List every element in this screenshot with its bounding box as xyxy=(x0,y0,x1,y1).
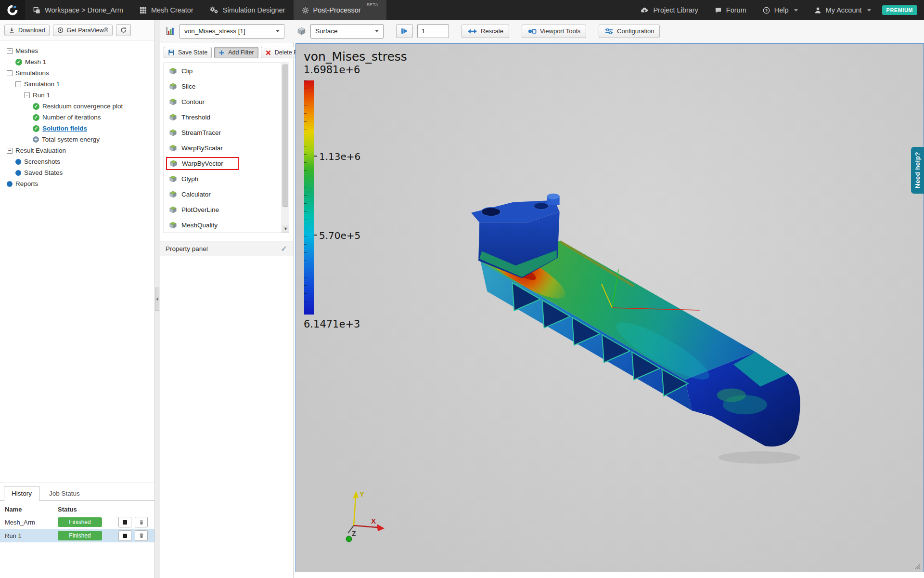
step-forward-button[interactable] xyxy=(396,24,413,38)
filter-item-warpbyscalar[interactable]: WarpByScalar xyxy=(164,140,289,156)
scroll-down-arrow-icon[interactable]: ▼ xyxy=(282,225,289,233)
collapse-icon[interactable]: − xyxy=(7,148,13,154)
status-badge: Finished xyxy=(58,531,102,540)
stop-job-button[interactable] xyxy=(118,517,131,527)
tab-post-processor[interactable]: Post-Processor BETA xyxy=(294,0,387,20)
collapse-icon[interactable]: − xyxy=(7,48,13,54)
filter-item-plotoverline[interactable]: PlotOverLine xyxy=(164,202,289,217)
rescale-button[interactable]: Rescale xyxy=(462,25,509,38)
color-legend-bar xyxy=(304,80,314,315)
resize-handle-icon[interactable] xyxy=(914,563,921,570)
viewport-3d[interactable]: von_Mises_stress 1.6981e+6 1.13e+6 5.70e… xyxy=(295,43,924,572)
x-axis-label: X xyxy=(371,517,376,525)
filter-item-threshold[interactable]: Threshold xyxy=(164,109,289,125)
collapse-icon[interactable]: − xyxy=(24,92,30,98)
filter-item-slice[interactable]: Slice xyxy=(164,79,289,94)
representation-select[interactable]: Surface xyxy=(310,24,384,39)
refresh-icon xyxy=(120,27,127,33)
workspace-icon xyxy=(33,7,40,14)
rescale-icon xyxy=(467,27,477,35)
frame-input[interactable] xyxy=(417,24,449,38)
add-filter-button[interactable]: Add Filter xyxy=(214,47,258,58)
delete-job-button[interactable] xyxy=(135,517,148,527)
legend-tick xyxy=(314,235,317,236)
filter-cube-icon xyxy=(169,159,178,168)
viewport-tools-button[interactable]: Viewport Tools xyxy=(522,25,586,38)
tree-item-saved-states[interactable]: Saved States xyxy=(3,167,153,178)
project-library-button[interactable]: Project Library xyxy=(632,0,706,20)
my-account-menu[interactable]: My Account xyxy=(806,0,879,20)
property-panel-header[interactable]: Property panel ✓ xyxy=(160,241,293,256)
filter-item-meshquality[interactable]: MeshQuality xyxy=(164,217,289,233)
filter-item-streamtracer[interactable]: StreamTracer xyxy=(164,125,289,140)
legend-min-value: 6.1471e+3 xyxy=(304,318,360,330)
need-help-tab[interactable]: Need help? xyxy=(911,147,924,194)
app-logo[interactable] xyxy=(0,0,25,20)
forum-button[interactable]: Forum xyxy=(706,0,755,20)
configuration-button[interactable]: Configuration xyxy=(599,25,660,38)
stop-job-button[interactable] xyxy=(118,530,131,541)
tab-mesh-creator[interactable]: Mesh Creator xyxy=(131,0,202,20)
tree-item-total-system-energy[interactable]: + Total system energy xyxy=(3,134,153,145)
tree-item-number-of-iterations[interactable]: ✓ Number of iterations xyxy=(3,112,153,123)
project-tree-sidebar: Download Get ParaView® − Meshes ✓ Mesh 1… xyxy=(0,20,155,578)
tree-item-solution-fields[interactable]: ✓ Solution fields xyxy=(3,123,153,134)
result-tree: − Meshes ✓ Mesh 1 − Simulations − Simula… xyxy=(0,40,154,483)
chevron-down-icon xyxy=(276,30,280,32)
get-paraview-button[interactable]: Get ParaView® xyxy=(53,25,113,36)
drone-arm-model[interactable] xyxy=(296,44,924,572)
collapse-icon[interactable]: − xyxy=(7,70,13,76)
tree-item-meshes[interactable]: − Meshes xyxy=(3,45,153,56)
filter-cube-icon xyxy=(169,206,177,214)
tab-simulation-designer[interactable]: Simulation Designer xyxy=(202,0,294,20)
tree-item-simulations[interactable]: − Simulations xyxy=(3,67,153,79)
dot-icon xyxy=(7,181,13,187)
save-state-icon xyxy=(168,49,175,56)
table-row-run-1[interactable]: Run 1 Finished xyxy=(0,529,154,542)
field-select[interactable]: von_Mises_stress [1] xyxy=(180,24,284,39)
tree-item-run-1[interactable]: − Run 1 xyxy=(3,90,153,101)
tree-item-residuum-convergence-plot[interactable]: ✓ Residuum convergence plot xyxy=(3,101,153,112)
filter-cube-icon xyxy=(169,82,177,91)
post-processor-toolbar: von_Mises_stress [1] Surface Rescale xyxy=(160,20,924,42)
check-icon: ✓ xyxy=(33,114,39,121)
workspace-breadcrumb[interactable]: Workspace > Drone_Arm xyxy=(25,0,131,20)
sidebar-toolbar: Download Get ParaView® xyxy=(0,20,154,40)
configuration-icon xyxy=(604,27,614,35)
color-legend-icon[interactable] xyxy=(166,26,175,36)
scrollbar-thumb[interactable] xyxy=(282,65,288,207)
tree-item-simulation-1[interactable]: − Simulation 1 xyxy=(3,79,153,90)
chevron-left-icon xyxy=(156,297,158,301)
filter-item-warpbyvector[interactable]: WarpByVector xyxy=(164,156,289,171)
tab-history[interactable]: History xyxy=(4,486,39,501)
delete-job-button[interactable] xyxy=(135,530,148,541)
tree-item-screenshots[interactable]: Screenshots xyxy=(3,156,153,167)
collapse-icon[interactable]: − xyxy=(15,81,21,87)
trash-icon xyxy=(139,533,144,539)
filter-item-glyph[interactable]: Glyph xyxy=(164,171,289,186)
help-menu[interactable]: Help xyxy=(755,0,806,20)
panel-splitter[interactable] xyxy=(155,20,160,578)
add-filter-icon xyxy=(218,50,225,56)
delete-filter-icon xyxy=(265,50,271,56)
download-button[interactable]: Download xyxy=(4,25,50,36)
tree-item-reports[interactable]: Reports xyxy=(3,178,153,189)
filter-item-contour[interactable]: Contour xyxy=(164,94,289,109)
filter-list-scrollbar[interactable]: ▼ xyxy=(282,63,289,233)
filter-item-calculator[interactable]: Calculator xyxy=(164,186,289,202)
dot-icon xyxy=(15,170,21,176)
collapse-panel-handle[interactable] xyxy=(155,288,159,311)
table-row-mesh-arm[interactable]: Mesh_Arm Finished xyxy=(0,515,154,529)
tree-item-result-evaluation[interactable]: − Result Evaluation xyxy=(3,145,153,156)
filter-item-clip[interactable]: Clip xyxy=(164,63,289,79)
tree-item-mesh-1[interactable]: ✓ Mesh 1 xyxy=(3,56,153,67)
gear-icon xyxy=(302,7,309,14)
plus-icon: + xyxy=(33,136,39,143)
chevron-down-icon xyxy=(794,9,798,12)
filter-cube-icon xyxy=(169,67,177,75)
save-state-button[interactable]: Save State xyxy=(164,47,212,58)
check-icon: ✓ xyxy=(281,244,287,253)
tab-job-status[interactable]: Job Status xyxy=(41,486,88,500)
refresh-button[interactable] xyxy=(116,24,131,36)
account-icon xyxy=(814,7,821,14)
